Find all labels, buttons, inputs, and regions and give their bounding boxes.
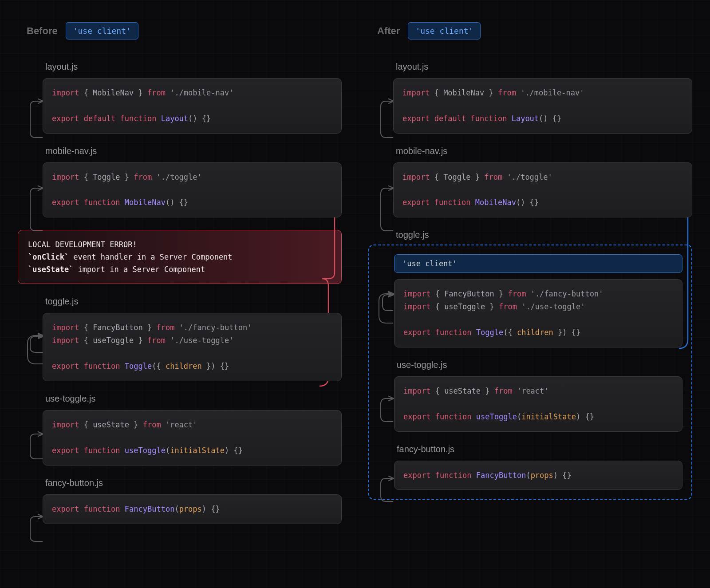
code-box: import { MobileNav } from './mobile-nav'… <box>43 78 342 134</box>
file-mobile-nav: mobile-nav.js import { Toggle } from './… <box>43 146 342 218</box>
directive-badge: 'use client' <box>66 22 138 39</box>
file-layout: layout.js import { MobileNav } from './m… <box>43 62 342 134</box>
code-box: import { useState } from 'react' export … <box>394 376 682 432</box>
file-label: fancy-button.js <box>394 444 682 454</box>
use-client-directive: 'use client' <box>394 254 682 273</box>
code-box: export function FancyButton(props) {} <box>394 461 682 490</box>
error-line-2: `useState` import in a Server Component <box>28 263 331 276</box>
file-label: layout.js <box>393 62 692 72</box>
before-column: Before 'use client' layout.js import { M… <box>18 22 342 537</box>
error-title: LOCAL DEVELOPMENT ERROR! <box>28 238 331 251</box>
error-box: LOCAL DEVELOPMENT ERROR! `onClick` event… <box>18 230 342 284</box>
file-fancy-button: fancy-button.js export function FancyBut… <box>43 478 342 524</box>
code-box: import { Toggle } from './toggle' export… <box>393 162 692 218</box>
file-use-toggle: use-toggle.js import { useState } from '… <box>394 360 682 432</box>
file-label: use-toggle.js <box>43 394 342 404</box>
code-box: import { FancyButton } from './fancy-but… <box>43 313 342 381</box>
after-title: After <box>377 25 400 37</box>
file-layout: layout.js import { MobileNav } from './m… <box>393 62 692 134</box>
file-label: layout.js <box>43 62 342 72</box>
client-boundary: 'use client' import { FancyButton } from… <box>368 245 692 500</box>
after-header: After 'use client' <box>368 22 692 39</box>
diagram-container: Before 'use client' layout.js import { M… <box>0 0 710 559</box>
directive-badge: 'use client' <box>408 22 481 39</box>
code-box: import { MobileNav } from './mobile-nav'… <box>393 78 692 134</box>
code-box: import { FancyButton } from './fancy-but… <box>394 279 682 347</box>
after-column: After 'use client' layout.js import { Mo… <box>368 22 692 537</box>
code-box: export function FancyButton(props) {} <box>43 494 342 524</box>
file-label: mobile-nav.js <box>393 146 692 156</box>
before-title: Before <box>27 25 58 37</box>
file-label: toggle.js <box>43 296 342 307</box>
before-header: Before 'use client' <box>18 22 342 39</box>
file-fancy-button: fancy-button.js export function FancyBut… <box>394 444 682 490</box>
file-mobile-nav: mobile-nav.js import { Toggle } from './… <box>393 146 692 218</box>
code-box: import { Toggle } from './toggle' export… <box>43 162 342 218</box>
file-label: use-toggle.js <box>394 360 682 370</box>
file-use-toggle: use-toggle.js import { useState } from '… <box>43 394 342 466</box>
file-label: fancy-button.js <box>43 478 342 488</box>
file-toggle-header: toggle.js <box>393 230 692 240</box>
error-line-1: `onClick` event handler in a Server Comp… <box>28 251 331 263</box>
code-box: import { useState } from 'react' export … <box>43 410 342 466</box>
file-label: mobile-nav.js <box>43 146 342 156</box>
file-label: toggle.js <box>393 230 692 240</box>
file-toggle: 'use client' import { FancyButton } from… <box>394 254 682 347</box>
file-toggle: toggle.js import { FancyButton } from '.… <box>43 296 342 381</box>
